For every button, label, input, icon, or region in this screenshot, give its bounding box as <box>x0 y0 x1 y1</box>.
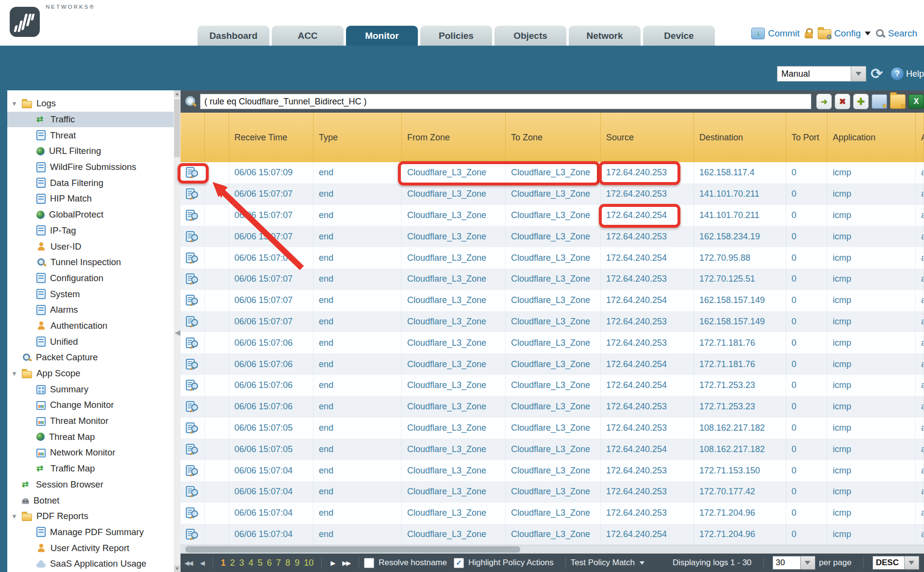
sidebar-item-configuration[interactable]: Configuration <box>7 270 174 286</box>
cell-source[interactable]: 172.64.240.253 <box>601 311 694 333</box>
sidebar-scroll-thumb[interactable] <box>174 99 180 157</box>
first-page-icon[interactable]: ◀◀ <box>184 559 192 567</box>
page-number-4[interactable]: 4 <box>248 558 253 568</box>
tab-network[interactable]: Network <box>569 26 641 46</box>
cell-source[interactable]: 172.64.240.254 <box>601 375 694 396</box>
column-header-to_zone[interactable]: To Zone <box>506 113 601 162</box>
cell-source[interactable]: 172.64.240.254 <box>601 205 694 226</box>
column-header-type[interactable]: Type <box>314 113 402 162</box>
cell-from_zone[interactable]: Cloudflare_L3_Zone <box>402 418 506 439</box>
cell-source[interactable]: 172.64.240.253 <box>601 396 694 418</box>
cell-from_zone[interactable]: Cloudflare_L3_Zone <box>402 460 506 481</box>
sidebar-item-system[interactable]: System <box>7 286 174 302</box>
log-detail-icon[interactable] <box>181 507 204 519</box>
sidebar-item-user-activity-report[interactable]: User Activity Report <box>7 540 174 556</box>
cell-application[interactable]: icmp <box>827 524 916 545</box>
cell-from_zone[interactable]: Cloudflare_L3_Zone <box>402 311 506 333</box>
cell-application[interactable]: icmp <box>827 396 916 418</box>
cell-application[interactable]: icmp <box>827 184 916 205</box>
cell-destination[interactable]: 162.158.157.149 <box>694 311 786 333</box>
cell-source[interactable]: 172.64.240.254 <box>601 524 694 545</box>
cell-destination[interactable]: 108.162.217.182 <box>694 418 786 439</box>
sidebar-item-summary[interactable]: Summary <box>7 381 174 397</box>
horizontal-scrollbar[interactable] <box>181 545 924 554</box>
resolve-hostname-checkbox[interactable] <box>364 558 374 568</box>
cell-application[interactable]: icmp <box>827 247 916 269</box>
log-detail-icon[interactable] <box>181 444 204 455</box>
cell-from_zone[interactable]: Cloudflare_L3_Zone <box>402 396 506 418</box>
cell-to_zone[interactable]: Cloudflare_L3_Zone <box>506 418 601 439</box>
sidebar-item-session-browser[interactable]: Session Browser <box>7 477 174 493</box>
cell-from_zone[interactable]: Cloudflare_L3_Zone <box>402 290 506 311</box>
sidebar-item-unified[interactable]: Unified <box>7 334 174 350</box>
export-csv-icon[interactable]: X <box>908 94 924 109</box>
column-header-to_port[interactable]: To Port <box>786 113 827 162</box>
expander-icon[interactable]: ▼ <box>11 370 17 377</box>
page-number-9[interactable]: 9 <box>295 558 299 568</box>
log-detail-icon[interactable] <box>181 337 204 349</box>
cell-to_zone[interactable]: Cloudflare_L3_Zone <box>506 524 601 545</box>
cell-to_zone[interactable]: Cloudflare_L3_Zone <box>506 184 601 205</box>
config-menu-button[interactable]: Config <box>818 27 871 39</box>
sidebar-item-threat[interactable]: Threat <box>7 127 174 143</box>
tab-monitor[interactable]: Monitor <box>346 26 418 46</box>
cell-to_zone[interactable]: Cloudflare_L3_Zone <box>506 162 601 184</box>
cell-destination[interactable]: 162.158.234.19 <box>694 226 786 247</box>
cell-from_zone[interactable]: Cloudflare_L3_Zone <box>402 247 506 269</box>
sidebar-item-threat-monitor[interactable]: Threat Monitor <box>7 413 174 429</box>
log-detail-icon[interactable] <box>181 252 204 264</box>
sidebar-item-manage-pdf-summary[interactable]: Manage PDF Summary <box>7 524 174 540</box>
sidebar-item-data-filtering[interactable]: Data Filtering <box>7 175 174 191</box>
highlight-policy-actions-checkbox[interactable]: ✓ <box>454 558 464 568</box>
sidebar-item-tunnel-inspection[interactable]: Tunnel Inspection <box>7 254 174 270</box>
next-page-icon[interactable]: ▶ <box>330 559 334 567</box>
sidebar-item-change-monitor[interactable]: Change Monitor <box>7 397 174 413</box>
page-number-6[interactable]: 6 <box>267 558 272 568</box>
cell-source[interactable]: 172.64.240.254 <box>601 438 694 460</box>
cell-from_zone[interactable]: Cloudflare_L3_Zone <box>402 375 506 396</box>
tab-acc[interactable]: ACC <box>272 26 344 46</box>
sidebar-item-wildfire-submissions[interactable]: WildFire Submissions <box>7 159 174 175</box>
sidebar-item-app-scope[interactable]: ▼App Scope <box>7 366 174 382</box>
cell-application[interactable]: icmp <box>827 375 916 396</box>
sidebar-item-user-id[interactable]: User-ID <box>7 238 174 254</box>
expander-icon[interactable]: ▼ <box>11 513 17 520</box>
sidebar-item-url-filtering[interactable]: URL Filtering <box>7 143 174 159</box>
page-number-7[interactable]: 7 <box>276 558 281 568</box>
column-header-application[interactable]: Application <box>827 113 916 162</box>
cell-from_zone[interactable]: Cloudflare_L3_Zone <box>402 162 506 184</box>
cell-application[interactable]: icmp <box>827 438 916 460</box>
log-detail-icon[interactable] <box>181 486 204 497</box>
cell-source[interactable]: 172.64.240.254 <box>601 290 694 311</box>
cell-application[interactable]: icmp <box>827 162 916 184</box>
column-header-detail[interactable] <box>181 113 205 162</box>
cell-to_zone[interactable]: Cloudflare_L3_Zone <box>506 396 601 418</box>
cell-from_zone[interactable]: Cloudflare_L3_Zone <box>402 481 506 503</box>
log-detail-icon[interactable] <box>181 316 204 327</box>
log-detail-icon[interactable] <box>181 167 204 178</box>
sidebar-item-network-monitor[interactable]: Network Monitor <box>7 445 174 461</box>
cell-from_zone[interactable]: Cloudflare_L3_Zone <box>402 226 506 247</box>
sidebar-item-authentication[interactable]: Authentication <box>7 318 174 334</box>
page-number-5[interactable]: 5 <box>258 558 263 568</box>
sidebar-item-globalprotect[interactable]: GlobalProtect <box>7 207 174 223</box>
cell-destination[interactable]: 162.158.117.4 <box>694 162 786 184</box>
log-detail-icon[interactable] <box>181 380 204 391</box>
log-detail-icon[interactable] <box>181 465 204 476</box>
cell-application[interactable]: icmp <box>827 332 916 353</box>
add-filter-button[interactable]: ✚ <box>853 94 869 109</box>
cell-to_zone[interactable]: Cloudflare_L3_Zone <box>506 269 601 290</box>
cell-to_zone[interactable]: Cloudflare_L3_Zone <box>506 205 601 226</box>
log-detail-icon[interactable] <box>181 210 204 221</box>
cell-source[interactable]: 172.64.240.253 <box>601 332 694 353</box>
sidebar-item-pdf-reports[interactable]: ▼PDF Reports <box>7 508 174 524</box>
clear-filter-button[interactable]: ✖ <box>835 94 850 109</box>
commit-button[interactable]: ↓ Commit <box>751 28 799 39</box>
per-page-dropdown-button[interactable] <box>801 556 815 570</box>
cell-to_zone[interactable]: Cloudflare_L3_Zone <box>506 438 601 460</box>
column-header-from_zone[interactable]: From Zone <box>402 113 506 162</box>
filter-builder-icon[interactable] <box>872 94 887 109</box>
cell-destination[interactable]: 141.101.70.211 <box>694 205 786 226</box>
tab-policies[interactable]: Policies <box>420 26 492 46</box>
tab-dashboard[interactable]: Dashboard <box>198 26 269 46</box>
